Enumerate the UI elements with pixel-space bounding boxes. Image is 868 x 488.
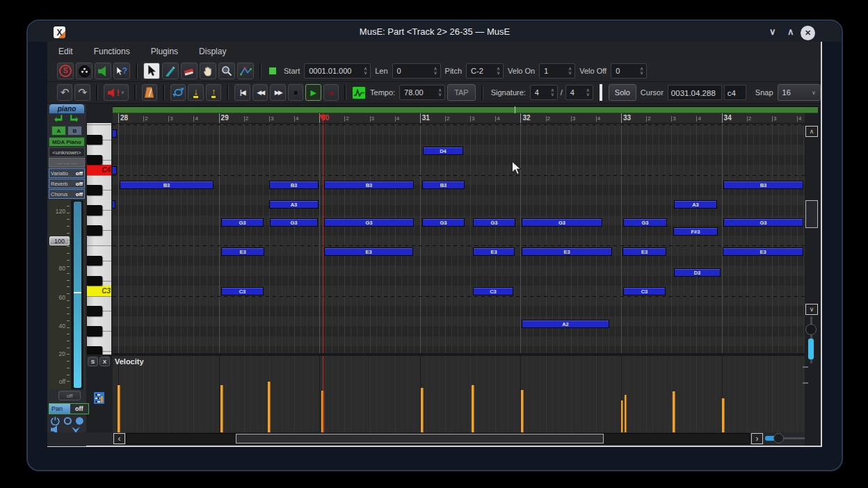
controller-variation[interactable]: Variatio off (49, 168, 85, 178)
punch-in-button[interactable]: ↓ (188, 84, 203, 101)
midi-note[interactable]: A3 (674, 200, 717, 209)
rewind-start-button[interactable]: |◀ (234, 84, 250, 101)
midi-note[interactable]: B3 (723, 181, 803, 189)
solo-button[interactable]: Solo (609, 84, 636, 101)
midi-note[interactable]: E3 (723, 247, 803, 256)
ab-button-b[interactable]: B (67, 126, 82, 136)
patch-name[interactable]: MDA Piano (49, 137, 85, 147)
midi-note[interactable]: E3 (522, 247, 612, 256)
midi-note-fragment[interactable] (113, 200, 115, 209)
pencil-tool-button[interactable] (162, 63, 179, 79)
velocity-bar[interactable] (220, 385, 223, 432)
velo-on-spinbox[interactable]: 1 ∧∨ (539, 63, 575, 79)
velocity-bar[interactable] (472, 385, 474, 432)
velocity-solo-button[interactable]: S (88, 357, 98, 366)
panic-button[interactable]: ! ∨ (104, 84, 129, 101)
spin-down-icon[interactable]: ∨ (497, 71, 500, 75)
record-ring-icon[interactable] (63, 416, 72, 425)
spin-down-icon[interactable]: ∨ (551, 92, 554, 97)
midi-note[interactable]: G3 (324, 218, 414, 227)
slider-handle[interactable]: 100 (49, 236, 70, 245)
midi-note[interactable]: A2 (522, 320, 609, 328)
snap-dropdown[interactable]: 16 ∨ (778, 84, 821, 101)
midi-note-fragment[interactable] (113, 129, 117, 138)
black-key[interactable] (87, 135, 102, 145)
menu-plugins[interactable]: Plugins (151, 47, 178, 56)
vzoom-knob[interactable] (805, 324, 817, 335)
midi-note[interactable]: B3 (120, 181, 214, 189)
dot-icon[interactable] (75, 416, 84, 425)
play-button[interactable]: ▶ (305, 84, 321, 101)
spin-down-icon[interactable]: ∨ (364, 71, 367, 75)
line-draw-tool-button[interactable] (237, 63, 254, 79)
pan-row[interactable]: Pan off (49, 403, 89, 414)
velo-off-spinbox[interactable]: 0 ∧∨ (611, 63, 647, 79)
spin-down-icon[interactable]: ∨ (586, 92, 590, 97)
black-key[interactable] (87, 346, 102, 355)
note-grid[interactable]: D4B3B3B3B3B3A3A3G3G3G3G3G3G3G3G3F#3E3E3E… (113, 124, 805, 353)
forward-button[interactable]: ▶▶ (270, 84, 285, 101)
zoom-tool-button[interactable] (218, 63, 235, 79)
solo-sign-button[interactable]: S (57, 63, 74, 79)
power-icon[interactable] (51, 416, 60, 425)
panic-dropdown-icon[interactable]: ∨ (121, 90, 124, 95)
stop-button[interactable]: ■ (288, 84, 303, 101)
black-key[interactable] (87, 326, 102, 336)
velocity-bar[interactable] (673, 391, 675, 432)
signature-den-spinbox[interactable]: 4 ∧∨ (565, 85, 593, 100)
spin-down-icon[interactable]: ∨ (438, 92, 442, 97)
spin-down-icon[interactable]: ∨ (640, 71, 643, 75)
controller-chorus[interactable]: Chorus off (49, 189, 85, 199)
pointer-tool-button[interactable] (143, 63, 160, 79)
velocity-bar[interactable] (722, 398, 725, 432)
midi-note[interactable]: G3 (723, 218, 803, 227)
midi-note-fragment[interactable] (113, 166, 117, 174)
tab-piano[interactable]: piano (49, 104, 85, 114)
velocity-bar[interactable] (625, 395, 627, 432)
close-button[interactable]: ✕ (801, 26, 815, 40)
midi-note[interactable]: G3 (221, 218, 264, 227)
midi-note[interactable]: G3 (473, 218, 515, 227)
hzoom-knob[interactable] (773, 433, 784, 444)
vscroll-thumb[interactable] (805, 200, 818, 228)
midi-note[interactable]: C3 (221, 287, 264, 295)
black-key[interactable] (87, 225, 102, 236)
hscroll-left-button[interactable]: ‹ (113, 433, 125, 444)
midi-note[interactable]: G3 (623, 218, 667, 227)
midi-note[interactable]: E3 (221, 247, 264, 256)
midi-note[interactable]: B3 (324, 181, 414, 189)
minimize-icon[interactable]: ∨ (769, 26, 776, 37)
spin-down-icon[interactable]: ∨ (568, 71, 572, 75)
loop-button[interactable] (170, 84, 186, 101)
hscroll-right-button[interactable]: › (751, 433, 763, 444)
velocity-bar[interactable] (621, 400, 623, 432)
ab-button-a[interactable]: A (51, 126, 66, 136)
spin-down-icon[interactable]: ∨ (433, 71, 437, 75)
rewind-button[interactable]: ◀◀ (252, 84, 268, 101)
pitch-spinbox[interactable]: C-2 ∧∨ (466, 63, 504, 79)
redo-button[interactable]: ↷ (74, 84, 90, 101)
velocity-bar[interactable] (421, 388, 424, 432)
highlighted-key-C3[interactable]: C3 (87, 286, 111, 296)
midi-note[interactable]: C3 (473, 287, 513, 295)
black-key[interactable] (87, 306, 102, 316)
part-strip[interactable] (113, 106, 818, 113)
slider-bar[interactable] (74, 202, 81, 388)
black-key[interactable] (87, 205, 102, 215)
hscroll-thumb[interactable] (236, 434, 604, 444)
velocity-bar[interactable] (521, 390, 524, 432)
midi-note[interactable]: E3 (324, 247, 413, 256)
velocity-bar[interactable] (118, 385, 120, 432)
menu-functions[interactable]: Functions (94, 47, 130, 56)
piano-keyboard[interactable]: C4C3 (86, 123, 111, 355)
midi-note[interactable]: F#3 (673, 227, 718, 236)
len-spinbox[interactable]: 0 ∧∨ (392, 63, 441, 79)
controller-select-icon[interactable] (93, 391, 105, 405)
speaker-button[interactable] (95, 63, 111, 79)
metronome-button[interactable] (142, 84, 157, 101)
velocity-lane[interactable] (113, 356, 805, 432)
vscroll-down-button[interactable]: ∨ (805, 304, 818, 315)
record-button[interactable]: ● (323, 84, 339, 101)
black-key[interactable] (87, 276, 102, 286)
prev-part-icon[interactable] (54, 114, 64, 124)
